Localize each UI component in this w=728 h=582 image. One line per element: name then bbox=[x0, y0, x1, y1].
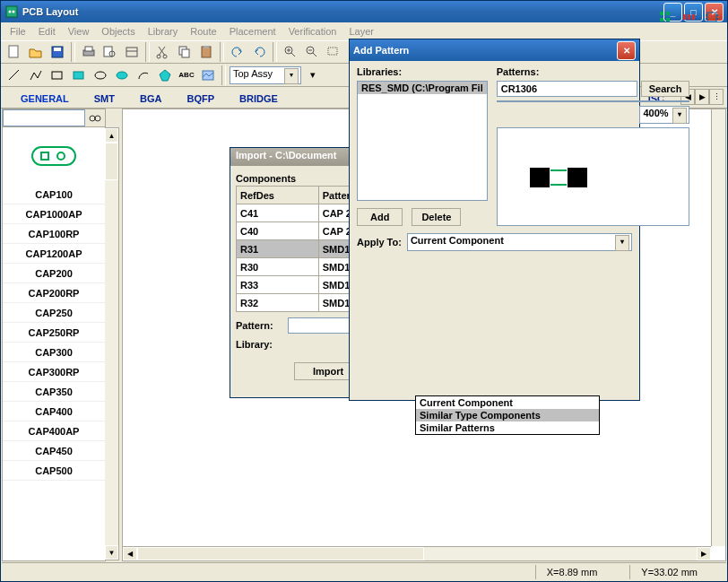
new-icon[interactable] bbox=[4, 42, 24, 62]
layer-dropdown-extra-icon[interactable]: ▾ bbox=[303, 65, 323, 85]
list-item[interactable]: CAP400 bbox=[3, 402, 105, 421]
menu-route[interactable]: Route bbox=[185, 24, 221, 39]
menu-edit[interactable]: Edit bbox=[33, 24, 61, 39]
list-item[interactable]: CAP350 bbox=[3, 382, 105, 402]
rect-icon[interactable] bbox=[48, 65, 67, 85]
zoom-out-icon[interactable] bbox=[302, 42, 322, 62]
list-item[interactable]: CAP500 bbox=[3, 461, 105, 481]
menu-view[interactable]: View bbox=[63, 24, 95, 39]
redo-icon[interactable] bbox=[249, 42, 269, 62]
svg-rect-41 bbox=[692, 14, 695, 20]
tab-general[interactable]: GENERAL bbox=[8, 90, 82, 108]
svg-point-1 bbox=[9, 11, 12, 13]
hscroll-left-icon[interactable]: ◀ bbox=[123, 547, 137, 560]
svg-rect-42 bbox=[707, 13, 716, 22]
search-button[interactable]: Search bbox=[641, 81, 690, 97]
scroll-up-icon[interactable]: ▲ bbox=[105, 128, 118, 143]
pattern-row[interactable]: CR0201 bbox=[498, 101, 675, 102]
list-item[interactable]: CAP300RP bbox=[3, 362, 105, 382]
library-row[interactable]: RES_SMD (C:\Program Fil bbox=[358, 82, 487, 94]
paste-icon[interactable] bbox=[196, 42, 216, 62]
apply-to-dropdown[interactable]: Current ComponentSimilar Type Components… bbox=[415, 395, 600, 435]
delete-button[interactable]: Delete bbox=[412, 208, 461, 226]
preview-icon[interactable] bbox=[100, 42, 120, 62]
layer-combo[interactable]: Top Assy bbox=[230, 66, 301, 84]
list-item[interactable]: CAP300 bbox=[3, 343, 105, 362]
left-search-input[interactable] bbox=[3, 109, 85, 126]
tab-bqfp[interactable]: BQFP bbox=[174, 90, 227, 108]
zoom-combo[interactable]: 400% bbox=[639, 106, 689, 124]
cut-icon[interactable] bbox=[153, 42, 173, 62]
list-item[interactable]: CAP200RP bbox=[3, 283, 105, 303]
col-refdes[interactable]: RefDes bbox=[237, 187, 319, 204]
polyline-icon[interactable] bbox=[26, 65, 46, 85]
svg-rect-28 bbox=[74, 72, 83, 79]
patterns-listbox[interactable]: CR0201CR0402CR0603CR0805CR1306CR1310 ▲ ▼ bbox=[497, 100, 690, 102]
component-list[interactable]: CAP100CAP1000APCAP100RPCAP1200APCAP200CA… bbox=[3, 185, 105, 560]
svg-rect-10 bbox=[126, 48, 137, 56]
list-item[interactable]: CAP450 bbox=[3, 441, 105, 461]
rect-filled-icon[interactable] bbox=[69, 65, 89, 85]
patterns-label: Patterns: bbox=[497, 66, 690, 77]
add-button[interactable]: Add bbox=[357, 208, 403, 226]
tab-bga[interactable]: BGA bbox=[127, 90, 174, 108]
copy-icon[interactable] bbox=[175, 42, 195, 62]
polygon-icon[interactable] bbox=[155, 65, 175, 85]
menu-verification[interactable]: Verification bbox=[283, 24, 342, 39]
dropdown-option[interactable]: Current Component bbox=[416, 396, 599, 409]
tab-bridge[interactable]: BRIDGE bbox=[227, 90, 290, 108]
menu-placement[interactable]: Placement bbox=[224, 24, 282, 39]
list-item[interactable]: CAP100RP bbox=[3, 224, 105, 244]
pattern-search-input[interactable] bbox=[497, 81, 637, 97]
svg-point-30 bbox=[117, 72, 127, 79]
undo-icon[interactable] bbox=[228, 42, 247, 62]
text-icon[interactable]: ABC bbox=[177, 65, 196, 85]
line-icon[interactable] bbox=[4, 65, 24, 85]
apply-to-combo[interactable]: Current Component bbox=[407, 233, 632, 251]
zoom-window-icon[interactable] bbox=[324, 42, 343, 62]
svg-rect-37 bbox=[660, 18, 663, 22]
ellipse-filled-icon[interactable] bbox=[112, 65, 132, 85]
patterns-scroll-up-icon[interactable]: ▲ bbox=[674, 101, 689, 102]
ellipse-icon[interactable] bbox=[91, 65, 110, 85]
menu-layer[interactable]: Layer bbox=[343, 24, 379, 39]
hscroll-right-icon[interactable]: ▶ bbox=[697, 547, 711, 560]
arc-icon[interactable] bbox=[134, 65, 153, 85]
list-item[interactable]: CAP100 bbox=[3, 185, 105, 204]
canvas-hscroll[interactable]: ◀ ▶ bbox=[123, 546, 711, 560]
tab-smt[interactable]: SMT bbox=[82, 90, 127, 108]
hscroll-track[interactable] bbox=[424, 547, 697, 560]
pattern-preview bbox=[497, 127, 690, 226]
dropdown-option[interactable]: Similar Type Components bbox=[416, 409, 599, 421]
list-item[interactable]: CAP400AP bbox=[3, 421, 105, 441]
list-item[interactable]: CAP200 bbox=[3, 264, 105, 283]
open-icon[interactable] bbox=[26, 42, 46, 62]
left-scrollbar[interactable]: ▲ ▼ bbox=[105, 127, 119, 560]
save-icon[interactable] bbox=[48, 42, 67, 62]
tabs-menu-icon[interactable]: ⋮ bbox=[709, 89, 724, 105]
list-item[interactable]: CAP1200AP bbox=[3, 244, 105, 264]
zoom-in-icon[interactable] bbox=[281, 42, 300, 62]
print-icon[interactable] bbox=[79, 42, 99, 62]
tabs-scroll-right-icon[interactable]: ▶ bbox=[695, 89, 709, 105]
add-pattern-close-button[interactable]: ✕ bbox=[617, 41, 636, 60]
image-icon[interactable] bbox=[198, 65, 218, 85]
libraries-listbox[interactable]: RES_SMD (C:\Program Fil bbox=[357, 81, 488, 201]
statusbar: X=8.89 mm Y=33.02 mm bbox=[2, 562, 726, 580]
svg-point-52 bbox=[57, 152, 65, 160]
scroll-down-icon[interactable]: ▼ bbox=[105, 545, 118, 560]
list-item[interactable]: CAP250 bbox=[3, 303, 105, 323]
list-item[interactable]: CAP250RP bbox=[3, 323, 105, 343]
binoculars-icon[interactable] bbox=[85, 109, 105, 126]
menu-library[interactable]: Library bbox=[143, 24, 184, 39]
scroll-track[interactable] bbox=[105, 180, 118, 545]
pad-chip-icon[interactable] bbox=[704, 67, 724, 87]
hscroll-thumb[interactable] bbox=[137, 547, 424, 560]
dropdown-option[interactable]: Similar Patterns bbox=[416, 421, 599, 434]
menu-file[interactable]: File bbox=[4, 24, 31, 39]
titleblock-icon[interactable] bbox=[122, 42, 142, 62]
list-item[interactable]: CAP1000AP bbox=[3, 204, 105, 224]
scroll-thumb[interactable] bbox=[105, 143, 118, 180]
menu-objects[interactable]: Objects bbox=[96, 24, 140, 39]
canvas-vscroll[interactable] bbox=[711, 109, 725, 546]
